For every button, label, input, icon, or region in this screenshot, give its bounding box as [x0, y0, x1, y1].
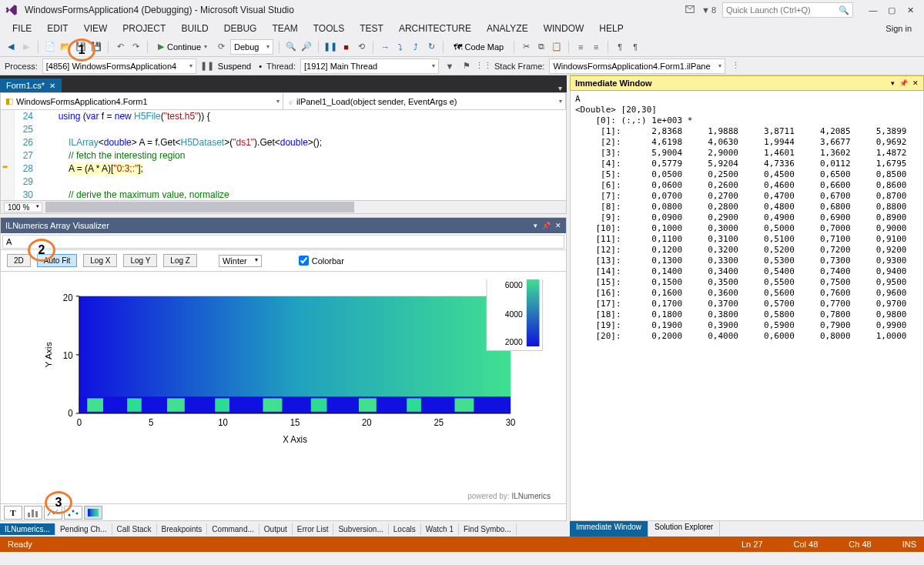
- panel-pin-icon[interactable]: 📌: [542, 222, 551, 229]
- restart-icon[interactable]: ⟲: [355, 41, 367, 53]
- flag-icon[interactable]: ▼8: [701, 5, 716, 15]
- nav-back-icon[interactable]: ◀: [5, 41, 17, 53]
- menu-tools[interactable]: TOOLS: [306, 22, 352, 35]
- menu-file[interactable]: FILE: [5, 22, 39, 35]
- tab-command[interactable]: Command...: [207, 523, 259, 535]
- view-surface-button[interactable]: [84, 506, 102, 520]
- panel-pin-icon[interactable]: 📌: [899, 79, 908, 87]
- menu-debug[interactable]: DEBUG: [216, 22, 265, 35]
- minimize-button[interactable]: —: [864, 2, 882, 18]
- tab-solution-explorer[interactable]: Solution Explorer: [648, 521, 720, 537]
- toolbar-overflow-icon[interactable]: ⋮: [730, 60, 742, 72]
- config-dropdown[interactable]: Debug: [230, 39, 273, 55]
- menu-analyze[interactable]: ANALYZE: [479, 22, 536, 35]
- panel-close-icon[interactable]: ✕: [555, 222, 561, 229]
- indent-icon[interactable]: ≡: [574, 41, 587, 53]
- stackframe-dropdown[interactable]: WindowsFormsApplication4.Form1.ilPane: [549, 59, 725, 74]
- menu-architecture[interactable]: ARCHITECTURE: [391, 22, 479, 35]
- step-over-icon[interactable]: ⤵: [394, 41, 407, 53]
- tab-ilnumerics[interactable]: ILNumerics...: [0, 523, 55, 535]
- panel-close-icon[interactable]: ✕: [912, 79, 919, 87]
- menu-help[interactable]: HELP: [591, 22, 631, 35]
- thread-dropdown[interactable]: [1912] Main Thread: [300, 59, 439, 74]
- ilnumerics-title-bar[interactable]: ILNumerics Array Visualizer ▾ 📌 ✕: [1, 218, 566, 233]
- tab-pending[interactable]: Pending Ch...: [55, 523, 112, 535]
- immediate-window-title[interactable]: Immediate Window ▾ 📌 ✕: [570, 75, 924, 91]
- immediate-window-body[interactable]: A <Double> [20,30] [0]: (:,:) 1e+003 * […: [570, 91, 924, 521]
- code-text-area[interactable]: ➨ 24252627282930 using (var f = new H5Fi…: [1, 110, 566, 200]
- tab-watch1[interactable]: Watch 1: [421, 523, 459, 535]
- btn-2d[interactable]: 2D: [7, 254, 31, 267]
- btn-logx[interactable]: Log X: [83, 254, 117, 267]
- undo-icon[interactable]: ↶: [114, 41, 126, 53]
- notification-icon[interactable]: [685, 4, 695, 16]
- find-icon[interactable]: 🔍: [285, 41, 297, 53]
- panel-dropdown-icon[interactable]: ▾: [534, 222, 537, 229]
- suspend-icon[interactable]: ❚❚: [201, 60, 213, 72]
- continue-button[interactable]: ▶ Continue ▾: [153, 41, 212, 52]
- heatmap-plot[interactable]: 0 10 20 0 5 10 15 20 25 30 X Axis Y: [1, 272, 566, 503]
- close-tab-icon[interactable]: ✕: [49, 82, 55, 90]
- zoom-dropdown[interactable]: 100 %: [4, 202, 42, 212]
- svg-text:6000: 6000: [505, 280, 523, 289]
- uncomment-icon[interactable]: ¶: [629, 41, 641, 53]
- misc-icon-1[interactable]: ✂: [520, 41, 532, 53]
- tab-breakpoints[interactable]: Breakpoints: [157, 523, 208, 535]
- menu-project[interactable]: PROJECT: [115, 22, 173, 35]
- step-out-icon[interactable]: ⤴: [410, 41, 422, 53]
- colorbar-checkbox[interactable]: Colorbar: [299, 256, 344, 266]
- redo-icon[interactable]: ↷: [129, 41, 142, 53]
- flag-threads-icon[interactable]: ⚑: [460, 60, 473, 72]
- svg-rect-1: [79, 296, 511, 413]
- step-into-icon[interactable]: →: [379, 41, 391, 53]
- colormap-dropdown[interactable]: Winter: [219, 255, 262, 267]
- new-project-icon[interactable]: 📄: [44, 41, 56, 53]
- misc-icon-3[interactable]: 📋: [551, 41, 563, 53]
- panel-dropdown-icon[interactable]: ▾: [891, 79, 895, 87]
- step-icon[interactable]: ↻: [425, 41, 437, 53]
- menu-view[interactable]: VIEW: [76, 22, 116, 35]
- btn-logz[interactable]: Log Z: [163, 254, 197, 267]
- editor-member-dropdown[interactable]: ⬨ilPanel1_Load(object sender, EventArgs …: [283, 93, 566, 109]
- tab-findsymbol[interactable]: Find Symbo...: [459, 523, 517, 535]
- process-label: Process:: [5, 62, 38, 71]
- comment-icon[interactable]: ¶: [614, 41, 626, 53]
- outdent-icon[interactable]: ≡: [590, 41, 602, 53]
- view-bar-button[interactable]: [24, 506, 42, 520]
- view-text-button[interactable]: T: [4, 506, 22, 520]
- process-dropdown[interactable]: [4856] WindowsFormsApplication4: [42, 59, 196, 74]
- misc-icon-2[interactable]: ⧉: [535, 41, 547, 53]
- tabs-overflow-icon[interactable]: ▾: [554, 84, 567, 92]
- menu-edit[interactable]: EDIT: [39, 22, 75, 35]
- pause-icon[interactable]: ❚❚: [324, 41, 336, 53]
- document-tab-form1[interactable]: Form1.cs* ✕: [0, 79, 62, 92]
- editor-hscrollbar[interactable]: [45, 202, 560, 212]
- menu-team[interactable]: TEAM: [264, 22, 305, 35]
- tab-immediate[interactable]: Immediate Window: [570, 521, 648, 537]
- refresh-icon[interactable]: ⟳: [215, 41, 227, 53]
- expression-input[interactable]: [2, 235, 564, 249]
- menu-window[interactable]: WINDOW: [536, 22, 592, 35]
- btn-logy[interactable]: Log Y: [123, 254, 157, 267]
- tab-subversion[interactable]: Subversion...: [333, 523, 388, 535]
- signin-link[interactable]: Sign in: [878, 22, 919, 35]
- find-in-files-icon[interactable]: 🔎: [300, 41, 313, 53]
- codemap-button[interactable]: 🗺 Code Map: [449, 42, 508, 52]
- tab-locals[interactable]: Locals: [389, 523, 421, 535]
- x-axis-label: X Axis: [283, 434, 307, 444]
- editor-type-dropdown[interactable]: ◧WindowsFormsApplication4.Form1: [1, 93, 283, 109]
- il-view-buttons: T: [1, 503, 566, 520]
- close-button[interactable]: ✕: [901, 2, 919, 18]
- stop-icon[interactable]: ■: [340, 41, 352, 53]
- tab-errorlist[interactable]: Error List: [293, 523, 334, 535]
- quick-launch-input[interactable]: 🔍: [722, 2, 853, 18]
- threads-icon[interactable]: ⋮⋮: [477, 60, 490, 72]
- menu-build[interactable]: BUILD: [173, 22, 216, 35]
- nav-fwd-icon[interactable]: ▶: [20, 41, 32, 53]
- menu-test[interactable]: TEST: [352, 22, 391, 35]
- svg-text:4000: 4000: [505, 309, 523, 319]
- maximize-button[interactable]: ▢: [882, 2, 901, 18]
- tab-callstack[interactable]: Call Stack: [112, 523, 157, 535]
- tab-output[interactable]: Output: [259, 523, 293, 535]
- filter-icon[interactable]: ▼: [444, 60, 456, 72]
